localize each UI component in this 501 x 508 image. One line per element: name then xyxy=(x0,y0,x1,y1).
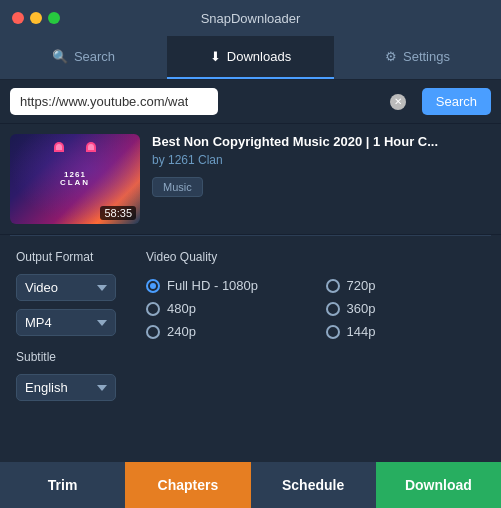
video-quality-group: Video Quality Full HD - 1080p 720p 480p … xyxy=(146,250,485,401)
quality-240p[interactable]: 240p xyxy=(146,324,306,339)
chapters-button[interactable]: Chapters xyxy=(125,462,250,508)
format-codec-select[interactable]: MP4 MKV AVI MOV xyxy=(16,309,116,336)
video-duration: 58:35 xyxy=(100,206,136,220)
quality-480p-label: 480p xyxy=(167,301,196,316)
settings-tab-label: Settings xyxy=(403,49,450,64)
tab-downloads[interactable]: ⬇ Downloads xyxy=(167,36,334,79)
quality-720p[interactable]: 720p xyxy=(326,278,486,293)
quality-360p[interactable]: 360p xyxy=(326,301,486,316)
radio-480p[interactable] xyxy=(146,302,160,316)
url-input[interactable] xyxy=(10,88,218,115)
url-input-wrapper: ✕ xyxy=(10,88,414,115)
subtitle-label: Subtitle xyxy=(16,350,116,364)
video-section: 1261 CLAN 58:35 Best Non Copyrighted Mus… xyxy=(0,124,501,235)
format-type-select[interactable]: Video Audio xyxy=(16,274,116,301)
video-quality-label: Video Quality xyxy=(146,250,485,264)
subtitle-select[interactable]: English None Spanish French xyxy=(16,374,116,401)
output-format-label: Output Format xyxy=(16,250,116,264)
url-clear-button[interactable]: ✕ xyxy=(390,94,406,110)
output-format-group: Output Format Video Audio MP4 MKV AVI MO… xyxy=(16,250,116,401)
tab-settings[interactable]: ⚙ Settings xyxy=(334,36,501,79)
tab-search[interactable]: 🔍 Search xyxy=(0,36,167,79)
downloads-tab-label: Downloads xyxy=(227,49,291,64)
radio-144p[interactable] xyxy=(326,325,340,339)
quality-1080p-label: Full HD - 1080p xyxy=(167,278,258,293)
quality-240p-label: 240p xyxy=(167,324,196,339)
search-button[interactable]: Search xyxy=(422,88,491,115)
download-button[interactable]: Download xyxy=(376,462,501,508)
window-controls[interactable] xyxy=(12,12,60,24)
url-bar: ✕ Search xyxy=(0,80,501,124)
quality-360p-label: 360p xyxy=(347,301,376,316)
quality-144p-label: 144p xyxy=(347,324,376,339)
downloads-tab-icon: ⬇ xyxy=(210,49,221,64)
ear-right xyxy=(86,142,96,152)
video-tag: Music xyxy=(152,177,203,197)
radio-360p[interactable] xyxy=(326,302,340,316)
options-section: Output Format Video Audio MP4 MKV AVI MO… xyxy=(0,236,501,411)
title-bar: SnapDownloader xyxy=(0,0,501,36)
search-tab-icon: 🔍 xyxy=(52,49,68,64)
video-channel: by 1261 Clan xyxy=(152,153,491,167)
video-info: Best Non Copyrighted Music 2020 | 1 Hour… xyxy=(152,134,491,224)
trim-button[interactable]: Trim xyxy=(0,462,125,508)
app-title: SnapDownloader xyxy=(201,11,301,26)
bottom-bar: Trim Chapters Schedule Download xyxy=(0,462,501,508)
settings-tab-icon: ⚙ xyxy=(385,49,397,64)
ear-left xyxy=(54,142,64,152)
thumbnail-logo: 1261 CLAN xyxy=(60,171,90,187)
search-tab-label: Search xyxy=(74,49,115,64)
radio-720p[interactable] xyxy=(326,279,340,293)
minimize-button[interactable] xyxy=(30,12,42,24)
tab-bar: 🔍 Search ⬇ Downloads ⚙ Settings xyxy=(0,36,501,80)
thumbnail-ears xyxy=(54,142,96,152)
radio-240p[interactable] xyxy=(146,325,160,339)
video-thumbnail: 1261 CLAN 58:35 xyxy=(10,134,140,224)
radio-1080p[interactable] xyxy=(146,279,160,293)
quality-grid: Full HD - 1080p 720p 480p 360p 240p 144p xyxy=(146,278,485,339)
logo-clan: CLAN xyxy=(60,179,90,187)
video-title: Best Non Copyrighted Music 2020 | 1 Hour… xyxy=(152,134,491,149)
quality-480p[interactable]: 480p xyxy=(146,301,306,316)
quality-144p[interactable]: 144p xyxy=(326,324,486,339)
quality-1080p[interactable]: Full HD - 1080p xyxy=(146,278,306,293)
close-button[interactable] xyxy=(12,12,24,24)
maximize-button[interactable] xyxy=(48,12,60,24)
quality-720p-label: 720p xyxy=(347,278,376,293)
schedule-button[interactable]: Schedule xyxy=(251,462,376,508)
